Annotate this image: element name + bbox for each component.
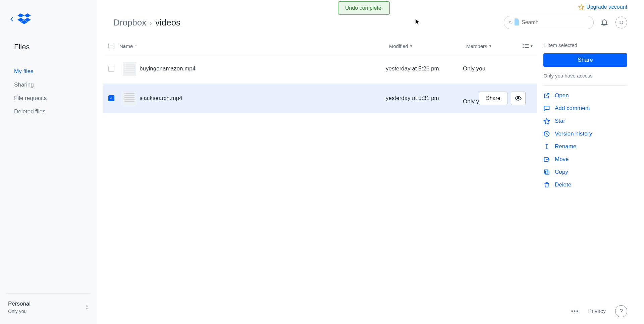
dropdown-caret-icon: ▼ [410, 44, 413, 48]
select-all-checkbox[interactable] [108, 43, 114, 49]
svg-rect-12 [546, 171, 549, 174]
search-icon [509, 20, 512, 25]
action-move[interactable]: Move [543, 156, 627, 163]
svg-rect-13 [544, 170, 548, 173]
sidebar-account-switcher[interactable]: Personal Only you ▲▼ [6, 293, 91, 324]
help-button[interactable]: ? [615, 305, 627, 317]
action-version-history[interactable]: Version history [543, 130, 627, 137]
selection-count: 1 item selected [543, 42, 627, 48]
more-menu-icon[interactable]: ••• [571, 308, 579, 314]
rename-icon [543, 143, 550, 150]
svg-point-10 [517, 97, 519, 99]
history-icon [543, 130, 550, 137]
svg-point-0 [509, 21, 511, 23]
nav-back-chevron-icon[interactable] [10, 17, 13, 22]
row-checkbox[interactable] [108, 66, 114, 72]
sidebar: Files My files Sharing File requests Del… [0, 0, 97, 324]
folder-scope-icon[interactable] [515, 19, 519, 25]
sidebar-item-sharing[interactable]: Sharing [0, 78, 97, 92]
file-members: Only you [463, 65, 513, 72]
action-copy[interactable]: Copy [543, 169, 627, 175]
action-star[interactable]: Star [543, 118, 627, 124]
column-name[interactable]: Name ↑ [119, 43, 389, 49]
open-icon [543, 92, 550, 99]
action-add-comment[interactable]: Add comment [543, 105, 627, 112]
file-name[interactable]: slacksearch.mp4 [140, 95, 386, 102]
search-box[interactable] [504, 16, 594, 29]
view-switcher[interactable]: ▼ [517, 44, 537, 48]
sort-asc-icon: ↑ [135, 44, 137, 48]
breadcrumb-current: videos [155, 17, 180, 28]
action-delete[interactable]: Delete [543, 181, 627, 188]
column-members[interactable]: Members ▼ [466, 43, 517, 49]
svg-point-3 [622, 22, 623, 22]
search-input[interactable] [522, 19, 589, 25]
column-modified[interactable]: Modified ▼ [389, 43, 466, 49]
dropdown-caret-icon: ▼ [489, 44, 492, 48]
share-button[interactable]: Share [543, 53, 627, 67]
account-name: Personal [8, 301, 31, 307]
star-icon [543, 118, 550, 124]
breadcrumb: Dropbox › videos [113, 17, 180, 28]
dropdown-caret-icon: ▼ [530, 44, 533, 48]
table-header: Name ↑ Modified ▼ Members ▼ ▼ [103, 40, 537, 54]
account-sub: Only you [8, 309, 31, 314]
topbar: Dropbox › videos [97, 0, 644, 34]
file-modified: yesterday at 5:26 pm [386, 65, 463, 72]
file-list-area: Name ↑ Modified ▼ Members ▼ ▼ [103, 40, 537, 324]
sidebar-section-title[interactable]: Files [0, 43, 97, 51]
svg-point-2 [620, 22, 621, 22]
sidebar-item-my-files[interactable]: My files [0, 65, 97, 78]
updown-chevron-icon: ▲▼ [85, 304, 89, 310]
video-thumbnail-icon [123, 62, 136, 75]
video-thumbnail-icon [123, 92, 136, 105]
file-row[interactable]: ✓ slacksearch.mp4 yesterday at 5:31 pm O… [103, 84, 537, 113]
file-name[interactable]: buyingonamazon.mp4 [140, 65, 386, 72]
detail-actions: Open Add comment Star Version history [543, 92, 627, 188]
dropbox-logo-icon[interactable] [17, 13, 31, 26]
eye-icon [515, 96, 522, 101]
access-note: Only you have access [543, 73, 627, 86]
trash-icon [543, 181, 550, 188]
action-open[interactable]: Open [543, 92, 627, 99]
breadcrumb-root[interactable]: Dropbox [113, 17, 146, 28]
sidebar-item-file-requests[interactable]: File requests [0, 92, 97, 105]
row-preview-button[interactable] [511, 92, 526, 105]
notifications-bell-icon[interactable] [600, 18, 608, 27]
footer: ••• Privacy ? [571, 305, 627, 317]
sidebar-item-deleted-files[interactable]: Deleted files [0, 105, 97, 118]
row-checkbox[interactable]: ✓ [108, 95, 114, 101]
move-icon [543, 156, 550, 163]
list-view-icon [523, 44, 529, 48]
copy-icon [543, 169, 550, 175]
file-row[interactable]: buyingonamazon.mp4 yesterday at 5:26 pm … [103, 54, 537, 84]
privacy-link[interactable]: Privacy [588, 308, 606, 314]
comment-icon [543, 105, 550, 112]
sidebar-nav-list: My files Sharing File requests Deleted f… [0, 65, 97, 118]
row-share-button[interactable]: Share [479, 92, 507, 105]
main-area: Upgrade account Undo complete. Dropbox ›… [97, 0, 644, 324]
account-avatar[interactable] [615, 16, 627, 29]
chevron-right-icon: › [150, 19, 152, 26]
detail-panel: 1 item selected Share Only you have acce… [543, 40, 627, 324]
file-modified: yesterday at 5:31 pm [386, 95, 463, 102]
svg-line-1 [511, 23, 512, 23]
action-rename[interactable]: Rename [543, 143, 627, 150]
